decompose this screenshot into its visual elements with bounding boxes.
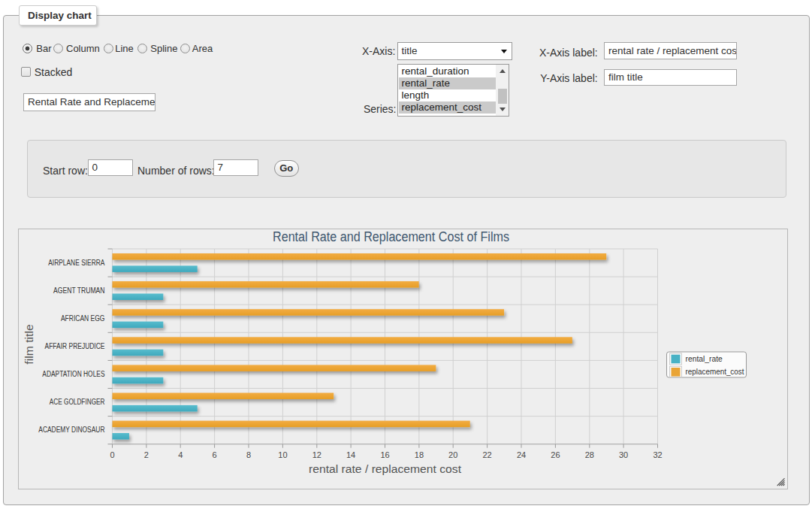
svg-text:AIRPLANE SIERRA: AIRPLANE SIERRA <box>48 259 105 267</box>
svg-text:AFRICAN EGG: AFRICAN EGG <box>61 314 105 323</box>
svg-text:ADAPTATION HOLES: ADAPTATION HOLES <box>42 370 104 378</box>
svg-text:10: 10 <box>278 450 287 459</box>
svg-text:rental rate / replacement cost: rental rate / replacement cost <box>309 463 461 475</box>
svg-text:replacement_cost: replacement_cost <box>686 368 744 376</box>
svg-text:28: 28 <box>585 450 594 459</box>
svg-text:Rental Rate and Replacement Co: Rental Rate and Replacement Cost of Film… <box>273 229 509 244</box>
svg-text:6: 6 <box>213 450 217 459</box>
svg-text:12: 12 <box>312 450 321 459</box>
svg-text:20: 20 <box>448 450 457 459</box>
svg-text:2: 2 <box>144 450 149 459</box>
svg-text:AGENT TRUMAN: AGENT TRUMAN <box>53 286 105 295</box>
svg-text:0: 0 <box>110 450 114 459</box>
svg-text:ACADEMY DINOSAUR: ACADEMY DINOSAUR <box>38 426 104 434</box>
svg-text:32: 32 <box>653 450 662 459</box>
svg-text:4: 4 <box>178 450 183 459</box>
svg-text:16: 16 <box>380 450 389 459</box>
svg-text:18: 18 <box>415 450 424 459</box>
svg-text:ACE GOLDFINGER: ACE GOLDFINGER <box>50 398 105 406</box>
svg-text:8: 8 <box>246 450 251 459</box>
svg-text:14: 14 <box>346 450 355 459</box>
svg-text:AFFAIR PREJUDICE: AFFAIR PREJUDICE <box>45 342 105 350</box>
svg-text:24: 24 <box>517 450 526 459</box>
svg-text:film title: film title <box>23 324 35 365</box>
svg-text:30: 30 <box>619 450 628 459</box>
svg-text:22: 22 <box>482 450 491 459</box>
svg-text:rental_rate: rental_rate <box>686 355 723 363</box>
svg-text:26: 26 <box>551 450 560 459</box>
